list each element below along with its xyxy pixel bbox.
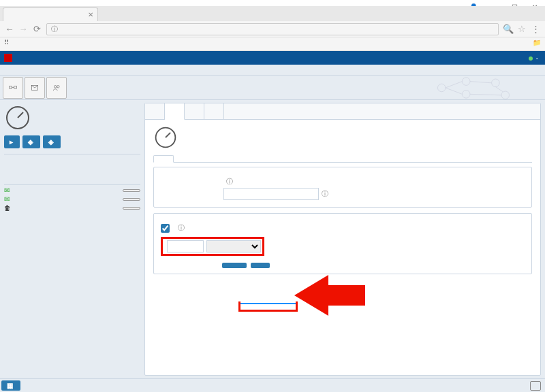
svg-line-13: [470, 82, 492, 83]
main-tabs: [145, 103, 540, 120]
tab-close-icon[interactable]: ✕: [88, 11, 93, 18]
bookmark-bar: ⠿ 📁: [0, 37, 545, 51]
interval-unit-dropdown: [238, 301, 298, 312]
periodic-read-group: ⓘ: [153, 213, 532, 274]
app-header: -: [0, 51, 545, 65]
open-deleted-button[interactable]: [123, 207, 140, 210]
events-button[interactable]: ◈: [43, 135, 61, 148]
panel-header: [153, 125, 532, 150]
browser-tab-bar: ✕: [0, 6, 545, 21]
subtab-general[interactable]: [153, 155, 174, 163]
svg-line-11: [446, 82, 462, 88]
connect-button[interactable]: [3, 77, 23, 99]
svg-line-15: [495, 87, 503, 92]
sensor-summary: [4, 104, 140, 131]
svg-point-9: [492, 79, 500, 87]
option-weeks[interactable]: [240, 308, 296, 310]
folder-row-inbox: ✉: [4, 186, 140, 194]
tab-help[interactable]: [204, 103, 224, 119]
star-icon[interactable]: ☆: [515, 22, 529, 36]
connect-icon: [8, 83, 18, 93]
outbox-icon: ✉: [4, 195, 10, 203]
svg-point-8: [462, 91, 470, 99]
help-icon[interactable]: ⓘ: [178, 223, 185, 233]
address-bar[interactable]: ⓘ: [46, 23, 499, 35]
content-area: ▸ ◈ ◈ ✉ ✉ 🗑: [0, 100, 545, 378]
table-row: [5, 165, 139, 168]
monitor-icon[interactable]: [530, 381, 541, 391]
svg-point-7: [462, 78, 470, 86]
search-icon[interactable]: 🔍: [501, 22, 515, 36]
connection-table: [4, 156, 140, 182]
svg-rect-1: [14, 86, 17, 88]
info-icon: ⓘ: [51, 24, 58, 34]
connection-heading: [4, 154, 140, 154]
ok-button[interactable]: [222, 263, 247, 268]
table-row: [5, 174, 139, 176]
network-decorative-icon: [416, 76, 531, 100]
send-button[interactable]: [25, 77, 45, 99]
tab-configure[interactable]: [165, 103, 185, 120]
annotation-arrow-icon: [294, 275, 328, 316]
left-column: ▸ ◈ ◈ ✉ ✉ 🗑: [0, 100, 144, 378]
subtab-advanced[interactable]: [194, 155, 215, 162]
folder-row-outbox: ✉: [4, 195, 140, 203]
contacts-icon: [52, 83, 61, 93]
svg-point-4: [54, 85, 57, 88]
trash-icon: 🗑: [4, 204, 11, 212]
interval-input[interactable]: [167, 240, 204, 252]
gauge-icon: [4, 104, 31, 131]
back-button[interactable]: ←: [3, 22, 16, 36]
folders-heading: [4, 184, 140, 185]
sub-tabs: [153, 155, 532, 163]
send-icon: [30, 83, 40, 93]
svg-line-14: [470, 94, 501, 95]
statusbar: ▦: [0, 378, 545, 392]
svg-line-12: [446, 88, 462, 94]
apps-button[interactable]: ⠿: [4, 39, 11, 46]
user-area: -: [529, 54, 541, 62]
help-icon[interactable]: ⓘ: [322, 189, 328, 199]
table-row: [5, 169, 139, 172]
gauge-icon: [153, 125, 178, 150]
svg-rect-0: [10, 86, 12, 88]
help-icon[interactable]: ⓘ: [226, 177, 233, 186]
interval-highlight: [161, 237, 264, 256]
read-periodically-checkbox[interactable]: [161, 224, 170, 233]
reload-button[interactable]: ⟳: [30, 22, 44, 36]
browser-tab[interactable]: ✕: [3, 7, 98, 21]
svg-point-6: [437, 84, 446, 92]
menu-icon[interactable]: ⋮: [529, 22, 542, 36]
start-button[interactable]: ▦: [1, 380, 20, 391]
svg-point-5: [57, 85, 60, 88]
other-bookmarks[interactable]: 📁: [533, 39, 541, 46]
open-inbox-button[interactable]: [123, 189, 140, 192]
url-bar: ← → ⟳ ⓘ 🔍 ☆ ⋮: [0, 21, 545, 37]
open-outbox-button[interactable]: [123, 198, 140, 201]
tab-events[interactable]: [185, 103, 204, 119]
domain-input[interactable]: [223, 188, 319, 200]
contacts-button[interactable]: [46, 77, 67, 99]
svg-point-10: [501, 91, 510, 99]
cancel-button[interactable]: [251, 263, 270, 268]
menubar: [0, 65, 545, 76]
table-row: [5, 157, 139, 160]
inbox-icon: ✉: [4, 186, 10, 194]
status-dot-icon: [529, 56, 533, 61]
folder-row-deleted: 🗑: [4, 204, 140, 212]
start-icon: ▦: [7, 382, 13, 389]
interval-unit-select[interactable]: [206, 240, 261, 252]
configure-button[interactable]: ◈: [22, 135, 40, 148]
app-logo-icon: [4, 54, 12, 62]
annotation-arrow-tail: [327, 285, 365, 306]
table-row: [5, 178, 139, 180]
subtab-message[interactable]: [174, 155, 194, 162]
test-button[interactable]: ▸: [4, 135, 20, 148]
connection-name-group: ⓘ ⓘ: [153, 167, 532, 208]
tab-test[interactable]: [145, 103, 165, 119]
forward-button[interactable]: →: [16, 22, 30, 36]
table-row: [5, 161, 139, 164]
main-panel: ⓘ ⓘ ⓘ: [144, 103, 541, 376]
